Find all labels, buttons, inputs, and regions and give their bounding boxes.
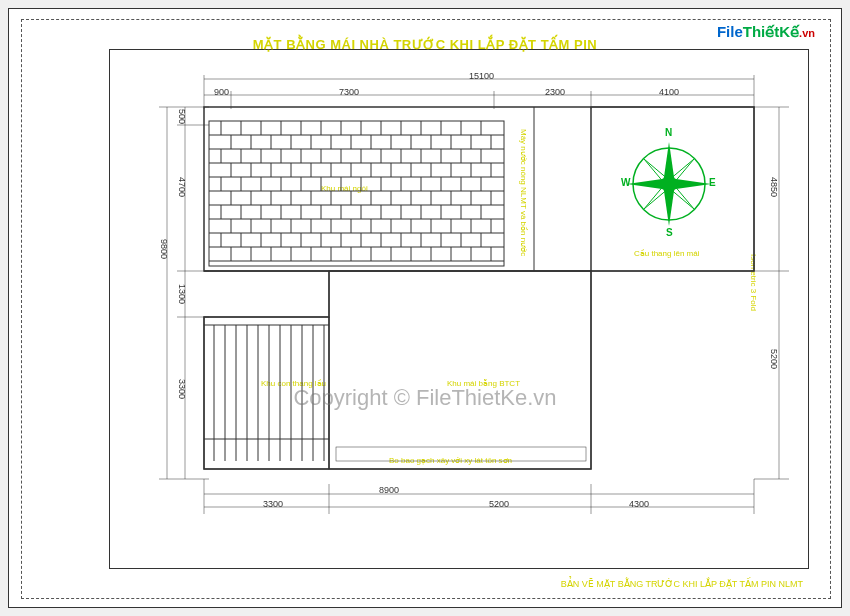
svg-rect-179: [329, 271, 591, 469]
svg-rect-28: [209, 121, 504, 266]
compass-icon: [627, 142, 711, 226]
svg-rect-182: [204, 317, 329, 469]
plan-svg: [9, 9, 843, 609]
site-watermark: FileThiếtKế.vn: [717, 23, 815, 41]
svg-rect-181: [336, 447, 586, 461]
drawing-canvas: FileThiếtKế.vn MẶT BẰNG MÁI NHÀ TRƯỚC KH…: [8, 8, 842, 608]
